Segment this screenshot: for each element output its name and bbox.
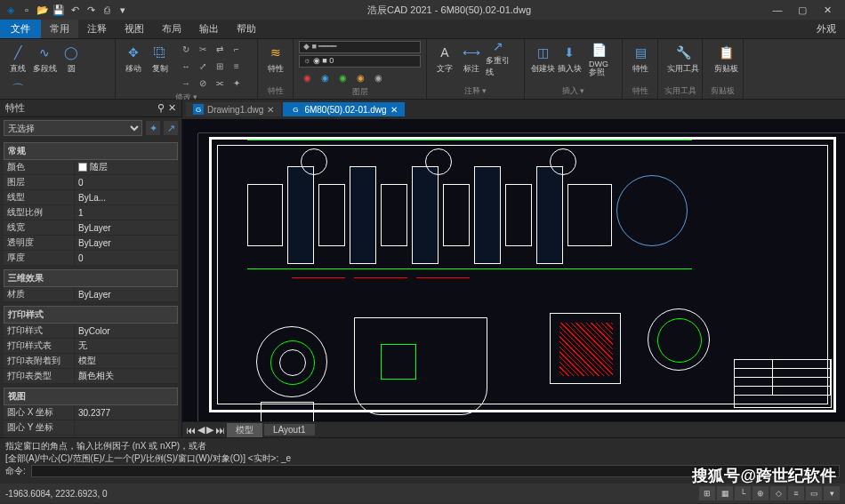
- tab-nav-last[interactable]: ⏭: [215, 425, 225, 436]
- prop-plottable[interactable]: 无: [75, 339, 178, 353]
- text-button[interactable]: A文字: [432, 41, 457, 76]
- prop-lweight[interactable]: ByLayer: [75, 220, 178, 235]
- scale-icon[interactable]: ⤢: [195, 58, 211, 74]
- close-button[interactable]: ✕: [818, 4, 836, 16]
- pick-icon[interactable]: ↗: [164, 121, 178, 135]
- layer-tool-3[interactable]: ◉: [334, 69, 350, 85]
- tab-nav-next[interactable]: ▶: [206, 424, 213, 436]
- maximize-button[interactable]: ▢: [793, 4, 811, 16]
- section-plot[interactable]: 打印样式: [4, 306, 178, 324]
- drawing-canvas[interactable]: [182, 119, 845, 421]
- quickselect-icon[interactable]: ✦: [146, 121, 160, 135]
- print-icon[interactable]: ⎙: [100, 3, 114, 17]
- redo-icon[interactable]: ↷: [84, 3, 98, 17]
- appearance-link[interactable]: 外观: [808, 20, 845, 38]
- model-tab[interactable]: 模型: [227, 423, 262, 437]
- snap-toggle[interactable]: ⊞: [699, 486, 715, 500]
- prop-ltscale[interactable]: 1: [75, 205, 178, 220]
- model-toggle[interactable]: ▭: [806, 486, 822, 500]
- extend-icon[interactable]: →: [178, 75, 194, 91]
- doc-tab-2[interactable]: G6M80(50).02-01.dwg✕: [283, 102, 404, 116]
- layer-select-2[interactable]: ☼ ◉ ■ 0: [299, 55, 421, 68]
- layer-tool-4[interactable]: ◉: [352, 69, 368, 85]
- polyline-button[interactable]: ∿多段线: [32, 41, 57, 76]
- tab-annotate[interactable]: 注释: [78, 20, 116, 38]
- prop-linetype[interactable]: ByLa...: [75, 190, 178, 204]
- polar-toggle[interactable]: ⊕: [752, 486, 769, 500]
- save-icon[interactable]: 💾: [52, 3, 66, 17]
- tab-help[interactable]: 帮助: [228, 20, 265, 38]
- explode-icon[interactable]: ✦: [229, 75, 245, 91]
- section-view[interactable]: 视图: [4, 388, 178, 405]
- coordinates[interactable]: -1963.6084, 2232.6923, 0: [5, 489, 108, 499]
- prop-plotattach[interactable]: 模型: [75, 354, 178, 368]
- join-icon[interactable]: ⫘: [212, 75, 228, 91]
- dropdown-icon[interactable]: ▾: [116, 3, 130, 17]
- prop-centery[interactable]: [75, 420, 178, 435]
- circle-button[interactable]: ◯圆: [59, 41, 84, 76]
- tab-nav-first[interactable]: ⏮: [186, 425, 196, 436]
- close-tab-icon[interactable]: ✕: [390, 105, 398, 115]
- prop-layer[interactable]: 0: [75, 175, 178, 189]
- stretch-icon[interactable]: ↔: [178, 58, 194, 74]
- undo-icon[interactable]: ↶: [68, 3, 82, 17]
- array-icon[interactable]: ⊞: [212, 58, 228, 74]
- clipboard-button[interactable]: 📋剪贴板: [708, 41, 744, 76]
- tab-home[interactable]: 常用: [41, 20, 78, 38]
- props-pin-icon[interactable]: ⚲: [157, 102, 165, 114]
- break-icon[interactable]: ⊘: [195, 75, 211, 91]
- dwg-ref-button[interactable]: 📄DWG 参照: [583, 41, 614, 76]
- more-toggle[interactable]: ▾: [824, 486, 840, 500]
- prop-centerz[interactable]: 0: [75, 436, 178, 437]
- prop-plotstyle[interactable]: ByColor: [75, 324, 178, 338]
- prop-centerx[interactable]: 30.2377: [75, 405, 178, 420]
- grid-toggle[interactable]: ▦: [717, 486, 733, 500]
- trim-icon[interactable]: ✂: [195, 41, 211, 57]
- leader-button[interactable]: ↗多重引线: [486, 41, 511, 76]
- watermark: 搜狐号@跨世纪软件: [692, 465, 836, 486]
- tab-view[interactable]: 视图: [116, 20, 153, 38]
- create-block-button[interactable]: ◫创建块: [530, 41, 555, 76]
- open-icon[interactable]: 📂: [36, 3, 50, 17]
- section-3d[interactable]: 三维效果: [4, 269, 178, 287]
- minimize-button[interactable]: —: [769, 4, 786, 16]
- props-close-icon[interactable]: ✕: [168, 102, 176, 114]
- prop-material[interactable]: ByLayer: [75, 287, 178, 301]
- osnap-toggle[interactable]: ◇: [770, 486, 786, 500]
- ortho-toggle[interactable]: └: [735, 486, 751, 500]
- props-group-label: 特性: [263, 84, 287, 97]
- lwt-toggle[interactable]: ≡: [788, 486, 804, 500]
- offset-icon[interactable]: ≡: [229, 58, 245, 74]
- move-button[interactable]: ✥移动: [121, 41, 146, 76]
- utilities-button[interactable]: 🔧实用工具: [664, 41, 703, 76]
- tab-layout[interactable]: 布局: [153, 20, 190, 38]
- selection-dropdown[interactable]: 无选择: [4, 120, 142, 136]
- menubar: 文件 常用 注释 视图 布局 输出 帮助 外观: [0, 20, 845, 39]
- titlebar: ◈ ▫ 📂 💾 ↶ ↷ ⎙ ▾ 浩辰CAD 2021 - 6M80(50).02…: [0, 0, 845, 20]
- mirror-icon[interactable]: ⇄: [212, 41, 228, 57]
- properties2-button[interactable]: ▤特性: [628, 41, 653, 76]
- file-menu[interactable]: 文件: [0, 20, 41, 38]
- rotate-icon[interactable]: ↻: [178, 41, 194, 57]
- layer-tool-2[interactable]: ◉: [317, 69, 333, 85]
- properties-button[interactable]: ≋特性: [263, 41, 288, 76]
- prop-color[interactable]: 随层: [75, 160, 178, 174]
- section-general[interactable]: 常规: [4, 142, 178, 160]
- line-button[interactable]: ╱直线: [5, 41, 30, 76]
- dim-button[interactable]: ⟷标注: [459, 41, 484, 76]
- layer-tool-1[interactable]: ◉: [299, 69, 315, 85]
- copy-button[interactable]: ⿻复制: [148, 41, 173, 76]
- prop-plottype[interactable]: 颜色相关: [75, 369, 178, 383]
- close-tab-icon[interactable]: ✕: [267, 105, 274, 115]
- prop-transparency[interactable]: ByLayer: [75, 236, 178, 250]
- prop-thickness[interactable]: 0: [75, 251, 178, 265]
- tab-output[interactable]: 输出: [190, 20, 228, 38]
- doc-tab-1[interactable]: GDrawing1.dwg✕: [186, 102, 281, 116]
- layout-tab[interactable]: LAyout1: [264, 424, 315, 436]
- fillet-icon[interactable]: ⌐: [229, 41, 245, 57]
- layer-select-1[interactable]: ◆ ■ ━━━━: [299, 41, 421, 53]
- insert-block-button[interactable]: ⬇插入块: [557, 41, 582, 76]
- new-icon[interactable]: ▫: [20, 3, 34, 17]
- tab-nav-prev[interactable]: ◀: [197, 424, 205, 436]
- layer-tool-5[interactable]: ◉: [370, 69, 386, 85]
